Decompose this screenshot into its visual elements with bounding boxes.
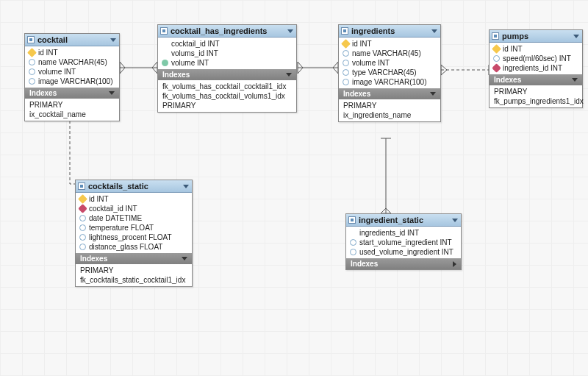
column-row: cocktail_id INT <box>76 204 192 213</box>
column-icon <box>79 224 86 231</box>
table-ingredient-static[interactable]: ingredient_static ingredients_id INT sta… <box>345 213 462 270</box>
columns-list: id INT cocktail_id INT date DATETIME tem… <box>76 193 192 253</box>
table-title: pumps <box>502 32 528 40</box>
column-icon <box>79 244 86 250</box>
column-icon <box>29 59 35 65</box>
column-row: name VARCHAR(45) <box>25 57 119 67</box>
fk-icon <box>492 63 501 73</box>
column-row: image VARCHAR(100) <box>339 77 440 87</box>
table-icon <box>492 32 499 40</box>
chevron-down-icon <box>287 29 293 33</box>
column-row: ingredients_id INT <box>490 63 582 73</box>
chevron-right-icon <box>453 261 456 267</box>
indexes-header[interactable]: Indexes <box>76 253 192 264</box>
er-diagram-canvas: cocktail id INT name VARCHAR(45) volume … <box>0 0 588 376</box>
chevron-down-icon <box>182 257 187 260</box>
column-icon <box>350 230 356 236</box>
indexes-list: PRIMARY fk_cocktails_static_cocktail1_id… <box>76 264 192 286</box>
columns-list: cocktail_id INT volums_id INT volume INT <box>158 38 296 69</box>
indexes-list: PRIMARY ix_ingredients_name <box>339 99 440 121</box>
table-header[interactable]: cocktail_has_ingredients <box>158 25 296 38</box>
column-row: volume INT <box>25 67 119 77</box>
column-row: distance_glass FLOAT <box>76 242 192 252</box>
table-header[interactable]: ingredient_static <box>346 214 461 227</box>
columns-list: id INT speed(ml/60sec) INT ingredients_i… <box>490 43 582 74</box>
columns-list: id INT name VARCHAR(45) volume INT type … <box>339 38 440 88</box>
table-icon <box>78 182 85 190</box>
column-row: start_volume_ingredient INT <box>346 238 461 247</box>
indexes-header[interactable]: Indexes <box>490 74 582 85</box>
table-cocktails-static[interactable]: cocktails_static id INT cocktail_id INT … <box>75 180 193 287</box>
column-row: volume INT <box>158 58 296 68</box>
index-row: fk_volums_has_cocktail_cocktail1_idx <box>158 82 296 91</box>
indexes-list: PRIMARY ix_cocktail_name <box>25 99 119 121</box>
column-icon <box>29 68 35 75</box>
table-ingredients[interactable]: ingredients id INT name VARCHAR(45) volu… <box>338 24 441 122</box>
key-icon <box>341 39 351 49</box>
index-row: ix_cocktail_name <box>25 110 119 119</box>
table-title: cocktail_has_ingredients <box>171 26 267 35</box>
column-row: cocktail_id INT <box>158 39 296 49</box>
table-header[interactable]: pumps <box>490 30 582 43</box>
table-icon <box>27 36 35 43</box>
chevron-down-icon <box>109 91 115 95</box>
column-row: lightness_procent FLOAT <box>76 233 192 242</box>
column-row: ingredients_id INT <box>346 228 461 238</box>
indexes-list: fk_volums_has_cocktail_cocktail1_idx fk_… <box>158 80 296 112</box>
column-icon <box>493 55 500 62</box>
columns-list: ingredients_id INT start_volume_ingredie… <box>346 227 461 258</box>
column-icon <box>162 50 168 57</box>
chevron-down-icon <box>573 35 579 38</box>
key-icon <box>27 48 37 57</box>
index-row: ix_ingredients_name <box>339 110 440 120</box>
chevron-down-icon <box>431 29 437 33</box>
column-icon <box>162 60 168 66</box>
column-icon <box>350 249 356 255</box>
column-icon <box>350 239 356 246</box>
table-icon <box>348 216 356 224</box>
key-icon <box>492 44 501 54</box>
column-icon <box>343 60 349 66</box>
index-row: PRIMARY <box>158 101 296 110</box>
indexes-header[interactable]: Indexes <box>346 258 461 269</box>
fk-icon <box>78 204 87 213</box>
indexes-header[interactable]: Indexes <box>25 88 119 99</box>
table-header[interactable]: ingredients <box>339 25 440 38</box>
column-row: type VARCHAR(45) <box>339 68 440 77</box>
table-icon <box>160 27 168 35</box>
index-row: PRIMARY <box>76 266 192 275</box>
table-cocktail[interactable]: cocktail id INT name VARCHAR(45) volume … <box>24 33 120 121</box>
index-row: PRIMARY <box>339 101 440 110</box>
table-title: ingredients <box>351 26 395 35</box>
column-icon <box>79 234 86 241</box>
column-row: used_volume_ingredient INT <box>346 247 461 257</box>
table-title: cocktails_static <box>88 182 148 191</box>
indexes-header[interactable]: Indexes <box>339 88 440 99</box>
column-row: id INT <box>339 39 440 49</box>
column-row: name VARCHAR(45) <box>339 49 440 58</box>
chevron-down-icon <box>110 38 116 42</box>
column-icon <box>162 40 168 47</box>
column-icon <box>79 215 86 221</box>
chevron-down-icon <box>430 92 436 96</box>
column-icon <box>343 69 349 76</box>
indexes-header[interactable]: Indexes <box>158 69 296 80</box>
table-title: cocktail <box>37 35 68 44</box>
table-header[interactable]: cocktails_static <box>76 180 192 193</box>
column-row: date DATETIME <box>76 213 192 223</box>
column-row: volums_id INT <box>158 49 296 58</box>
index-row: PRIMARY <box>25 100 119 110</box>
column-row: id INT <box>25 48 119 57</box>
column-icon <box>343 50 349 57</box>
index-row: fk_cocktails_static_cocktail1_idx <box>76 275 192 285</box>
column-row: id INT <box>490 44 582 54</box>
column-icon <box>343 79 349 85</box>
column-row: speed(ml/60sec) INT <box>490 54 582 63</box>
key-icon <box>78 194 87 204</box>
chevron-down-icon <box>452 219 458 222</box>
table-cocktail-has-ingredients[interactable]: cocktail_has_ingredients cocktail_id INT… <box>157 24 297 113</box>
index-row: fk_volums_has_cocktail_volums1_idx <box>158 91 296 101</box>
table-header[interactable]: cocktail <box>25 34 119 46</box>
table-pumps[interactable]: pumps id INT speed(ml/60sec) INT ingredi… <box>489 29 583 108</box>
indexes-list: PRIMARY fk_pumps_ingredients1_idx <box>490 85 582 107</box>
